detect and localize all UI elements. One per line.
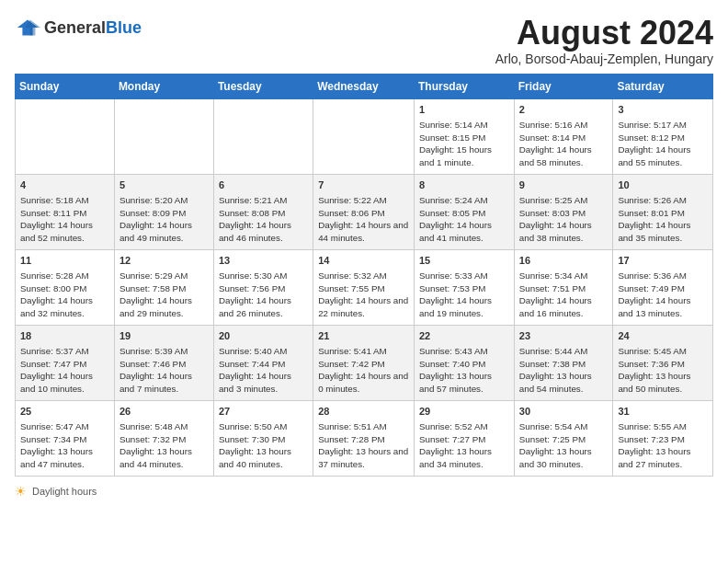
- day-cell: 9Sunrise: 5:25 AM Sunset: 8:03 PM Daylig…: [514, 174, 613, 249]
- day-info: Sunrise: 5:50 AM Sunset: 7:30 PM Dayligh…: [219, 420, 308, 471]
- day-cell: 12Sunrise: 5:29 AM Sunset: 7:58 PM Dayli…: [114, 249, 213, 325]
- day-info: Sunrise: 5:36 AM Sunset: 7:49 PM Dayligh…: [618, 270, 708, 320]
- day-cell: 3Sunrise: 5:17 AM Sunset: 8:12 PM Daylig…: [613, 98, 713, 174]
- day-info: Sunrise: 5:29 AM Sunset: 7:58 PM Dayligh…: [119, 270, 209, 320]
- day-number: 19: [119, 329, 209, 343]
- day-number: 31: [618, 405, 708, 419]
- day-info: Sunrise: 5:34 AM Sunset: 7:51 PM Dayligh…: [519, 270, 609, 320]
- col-header-tuesday: Tuesday: [213, 74, 313, 98]
- logo: GeneralBlue: [15, 15, 142, 40]
- day-info: Sunrise: 5:41 AM Sunset: 7:42 PM Dayligh…: [318, 345, 409, 396]
- day-cell: 17Sunrise: 5:36 AM Sunset: 7:49 PM Dayli…: [613, 249, 713, 325]
- day-cell: 11Sunrise: 5:28 AM Sunset: 8:00 PM Dayli…: [16, 249, 115, 325]
- day-number: 9: [519, 178, 609, 192]
- month-title: August 2024: [495, 15, 713, 52]
- day-number: 11: [20, 254, 109, 268]
- day-info: Sunrise: 5:47 AM Sunset: 7:34 PM Dayligh…: [20, 420, 109, 471]
- day-number: 12: [119, 254, 209, 268]
- day-info: Sunrise: 5:17 AM Sunset: 8:12 PM Dayligh…: [618, 119, 708, 169]
- day-info: Sunrise: 5:40 AM Sunset: 7:44 PM Dayligh…: [219, 345, 308, 396]
- day-number: 18: [20, 329, 109, 343]
- week-row-1: 1Sunrise: 5:14 AM Sunset: 8:15 PM Daylig…: [16, 98, 713, 174]
- day-cell: [16, 98, 115, 174]
- day-info: Sunrise: 5:37 AM Sunset: 7:47 PM Dayligh…: [20, 345, 109, 396]
- day-number: 6: [219, 178, 308, 192]
- page-header: GeneralBlue August 2024 Arlo, Borsod-Aba…: [15, 15, 713, 66]
- day-info: Sunrise: 5:54 AM Sunset: 7:25 PM Dayligh…: [519, 420, 609, 471]
- day-info: Sunrise: 5:22 AM Sunset: 8:06 PM Dayligh…: [318, 194, 409, 245]
- logo-general: General: [44, 18, 106, 37]
- day-number: 1: [419, 103, 509, 117]
- day-cell: 28Sunrise: 5:51 AM Sunset: 7:28 PM Dayli…: [313, 400, 415, 476]
- day-number: 26: [119, 405, 209, 419]
- day-info: Sunrise: 5:25 AM Sunset: 8:03 PM Dayligh…: [519, 194, 609, 245]
- week-row-2: 4Sunrise: 5:18 AM Sunset: 8:11 PM Daylig…: [16, 174, 713, 249]
- calendar-table: SundayMondayTuesdayWednesdayThursdayFrid…: [15, 74, 713, 477]
- day-info: Sunrise: 5:52 AM Sunset: 7:27 PM Dayligh…: [419, 420, 509, 471]
- day-number: 16: [519, 254, 609, 268]
- day-info: Sunrise: 5:14 AM Sunset: 8:15 PM Dayligh…: [419, 119, 509, 169]
- week-row-5: 25Sunrise: 5:47 AM Sunset: 7:34 PM Dayli…: [16, 400, 713, 476]
- day-number: 8: [419, 178, 509, 192]
- day-cell: 25Sunrise: 5:47 AM Sunset: 7:34 PM Dayli…: [16, 400, 115, 476]
- day-number: 24: [618, 329, 708, 343]
- day-cell: 14Sunrise: 5:32 AM Sunset: 7:55 PM Dayli…: [313, 249, 415, 325]
- header-row: SundayMondayTuesdayWednesdayThursdayFrid…: [16, 74, 713, 98]
- day-info: Sunrise: 5:28 AM Sunset: 8:00 PM Dayligh…: [20, 270, 109, 320]
- day-number: 27: [219, 405, 308, 419]
- day-info: Sunrise: 5:30 AM Sunset: 7:56 PM Dayligh…: [219, 270, 308, 320]
- col-header-sunday: Sunday: [16, 74, 115, 98]
- sun-icon: ☀: [15, 484, 27, 499]
- col-header-thursday: Thursday: [415, 74, 515, 98]
- day-info: Sunrise: 5:18 AM Sunset: 8:11 PM Dayligh…: [20, 194, 109, 245]
- week-row-4: 18Sunrise: 5:37 AM Sunset: 7:47 PM Dayli…: [16, 325, 713, 400]
- day-number: 21: [318, 329, 409, 343]
- day-number: 2: [519, 103, 609, 117]
- day-cell: 30Sunrise: 5:54 AM Sunset: 7:25 PM Dayli…: [514, 400, 613, 476]
- day-cell: 22Sunrise: 5:43 AM Sunset: 7:40 PM Dayli…: [415, 325, 515, 400]
- footer: ☀ Daylight hours: [15, 484, 713, 499]
- day-info: Sunrise: 5:48 AM Sunset: 7:32 PM Dayligh…: [119, 420, 209, 471]
- day-cell: 16Sunrise: 5:34 AM Sunset: 7:51 PM Dayli…: [514, 249, 613, 325]
- day-cell: [313, 98, 415, 174]
- day-number: 14: [318, 254, 409, 268]
- day-number: 20: [219, 329, 308, 343]
- logo-icon: [15, 15, 40, 40]
- day-number: 25: [20, 405, 109, 419]
- day-number: 30: [519, 405, 609, 419]
- day-cell: 26Sunrise: 5:48 AM Sunset: 7:32 PM Dayli…: [114, 400, 213, 476]
- day-cell: 4Sunrise: 5:18 AM Sunset: 8:11 PM Daylig…: [16, 174, 115, 249]
- day-cell: 5Sunrise: 5:20 AM Sunset: 8:09 PM Daylig…: [114, 174, 213, 249]
- day-cell: 19Sunrise: 5:39 AM Sunset: 7:46 PM Dayli…: [114, 325, 213, 400]
- day-number: 3: [618, 103, 708, 117]
- day-number: 17: [618, 254, 708, 268]
- title-block: August 2024 Arlo, Borsod-Abauj-Zemplen, …: [495, 15, 713, 66]
- col-header-friday: Friday: [514, 74, 613, 98]
- logo-text: GeneralBlue: [44, 19, 142, 36]
- day-cell: 21Sunrise: 5:41 AM Sunset: 7:42 PM Dayli…: [313, 325, 415, 400]
- day-info: Sunrise: 5:55 AM Sunset: 7:23 PM Dayligh…: [618, 420, 708, 471]
- day-number: 10: [618, 178, 708, 192]
- col-header-monday: Monday: [114, 74, 213, 98]
- day-info: Sunrise: 5:16 AM Sunset: 8:14 PM Dayligh…: [519, 119, 609, 169]
- day-number: 4: [20, 178, 109, 192]
- day-info: Sunrise: 5:33 AM Sunset: 7:53 PM Dayligh…: [419, 270, 509, 320]
- day-cell: 29Sunrise: 5:52 AM Sunset: 7:27 PM Dayli…: [415, 400, 515, 476]
- day-info: Sunrise: 5:51 AM Sunset: 7:28 PM Dayligh…: [318, 420, 409, 471]
- day-cell: 15Sunrise: 5:33 AM Sunset: 7:53 PM Dayli…: [415, 249, 515, 325]
- day-info: Sunrise: 5:45 AM Sunset: 7:36 PM Dayligh…: [618, 345, 708, 396]
- day-info: Sunrise: 5:44 AM Sunset: 7:38 PM Dayligh…: [519, 345, 609, 396]
- day-info: Sunrise: 5:26 AM Sunset: 8:01 PM Dayligh…: [618, 194, 708, 245]
- day-cell: 31Sunrise: 5:55 AM Sunset: 7:23 PM Dayli…: [613, 400, 713, 476]
- day-number: 22: [419, 329, 509, 343]
- location-title: Arlo, Borsod-Abauj-Zemplen, Hungary: [495, 52, 713, 66]
- day-cell: [213, 98, 313, 174]
- day-info: Sunrise: 5:21 AM Sunset: 8:08 PM Dayligh…: [219, 194, 308, 245]
- day-info: Sunrise: 5:32 AM Sunset: 7:55 PM Dayligh…: [318, 270, 409, 320]
- day-info: Sunrise: 5:39 AM Sunset: 7:46 PM Dayligh…: [119, 345, 209, 396]
- day-cell: 2Sunrise: 5:16 AM Sunset: 8:14 PM Daylig…: [514, 98, 613, 174]
- day-cell: 20Sunrise: 5:40 AM Sunset: 7:44 PM Dayli…: [213, 325, 313, 400]
- logo-blue: Blue: [106, 18, 142, 37]
- day-number: 28: [318, 405, 409, 419]
- day-number: 23: [519, 329, 609, 343]
